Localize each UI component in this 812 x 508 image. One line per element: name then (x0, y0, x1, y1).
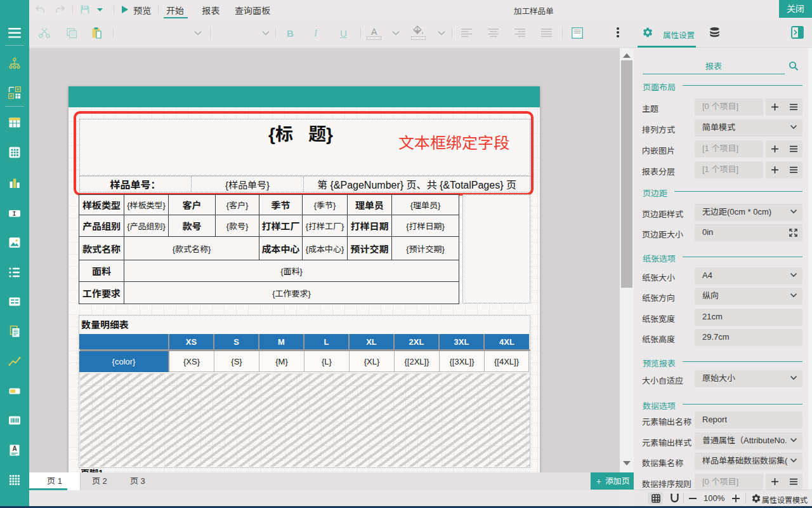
svg-text:A: A (12, 445, 16, 452)
